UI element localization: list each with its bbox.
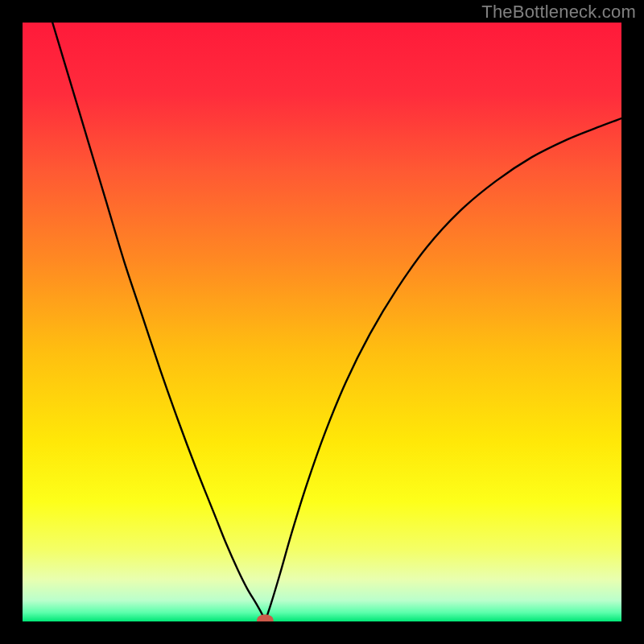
bottleneck-curve-chart (23, 23, 621, 621)
watermark-label: TheBottleneck.com (481, 2, 636, 23)
chart-container: TheBottleneck.com (0, 0, 644, 644)
plot-area (23, 23, 621, 621)
gradient-background (23, 23, 621, 621)
